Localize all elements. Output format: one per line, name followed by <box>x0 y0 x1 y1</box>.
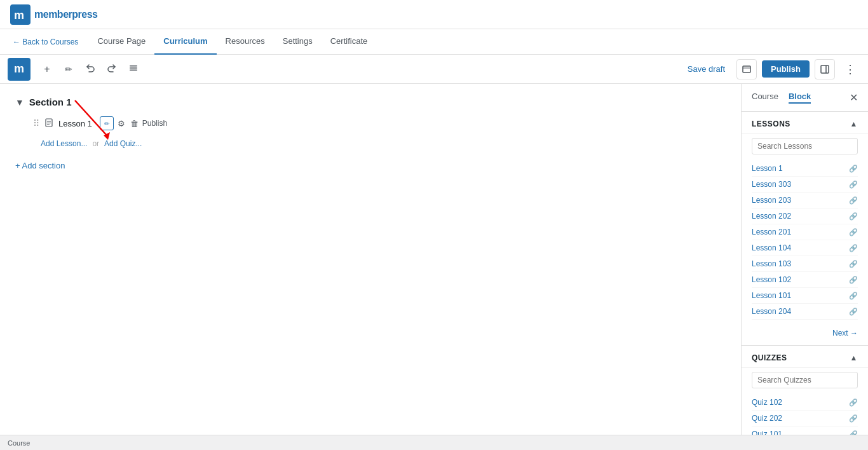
delete-lesson-icon[interactable]: 🗑 <box>129 118 140 130</box>
preview-button[interactable] <box>736 59 757 79</box>
lesson-name: Lesson 1 <box>58 119 92 128</box>
back-to-courses-link[interactable]: ← Back to Courses <box>13 38 78 46</box>
svg-rect-7 <box>821 65 829 73</box>
tab-course-page[interactable]: Course Page <box>88 29 154 55</box>
svg-text:m: m <box>14 9 24 22</box>
lessons-title: Lessons <box>752 119 790 128</box>
toolbar-right: Save draft Publish ⋮ <box>681 59 860 79</box>
wp-logo-button[interactable]: m <box>8 58 31 81</box>
list-item[interactable]: Lesson 202 🔗 <box>752 208 858 224</box>
list-item[interactable]: Lesson 303 🔗 <box>752 177 858 193</box>
add-lesson-link[interactable]: Add Lesson... <box>41 139 87 148</box>
list-icon <box>128 63 139 76</box>
list-item[interactable]: Quiz 102 🔗 <box>752 395 858 411</box>
quizzes-search-input[interactable] <box>752 372 858 388</box>
add-content-row: Add Lesson... or Add Quiz... <box>15 137 726 151</box>
lesson-actions: ✏ ⚙ 🗑 Publish <box>100 116 167 130</box>
next-page-link[interactable]: Next → <box>832 329 858 338</box>
external-link-icon: 🔗 <box>849 292 858 300</box>
external-link-icon: 🔗 <box>849 165 858 173</box>
external-link-icon: 🔗 <box>849 196 858 205</box>
tools-button[interactable]: ✏ <box>58 59 79 79</box>
lesson-row: ⠿ Lesson 1 ✏ ⚙ 🗑 Publish <box>15 112 726 134</box>
list-item[interactable]: Quiz 101 🔗 <box>752 426 858 435</box>
list-item[interactable]: Lesson 203 🔗 <box>752 193 858 208</box>
list-item[interactable]: Quiz 202 🔗 <box>752 411 858 426</box>
external-link-icon: 🔗 <box>849 181 858 189</box>
external-link-icon: 🔗 <box>849 244 858 252</box>
nav-tabs: ← Back to Courses Course Page Curriculum… <box>0 29 868 55</box>
list-item[interactable]: Lesson 104 🔗 <box>752 240 858 256</box>
list-item[interactable]: Lesson 103 🔗 <box>752 256 858 272</box>
quizzes-section-header: Quizzes ▲ <box>742 345 868 368</box>
list-item[interactable]: Lesson 102 🔗 <box>752 272 858 288</box>
save-draft-button[interactable]: Save draft <box>681 60 731 78</box>
or-separator: or <box>92 139 99 148</box>
top-bar: m memberpress <box>0 0 868 29</box>
list-item[interactable]: Lesson 101 🔗 <box>752 288 858 304</box>
lessons-search-input[interactable] <box>752 138 858 154</box>
list-item[interactable]: Lesson 201 🔗 <box>752 224 858 240</box>
lessons-search-box <box>742 134 868 161</box>
list-item[interactable]: Lesson 1 🔗 <box>752 161 858 177</box>
undo-button[interactable] <box>80 59 100 79</box>
wp-m-letter: m <box>14 62 24 76</box>
tab-resources[interactable]: Resources <box>217 29 274 55</box>
more-options-button[interactable]: ⋮ <box>840 59 860 79</box>
external-link-icon: 🔗 <box>849 260 858 268</box>
content-area: ▼ Section 1 ⠿ Lesson 1 ✏ ⚙ 🗑 Publish Add… <box>0 84 741 435</box>
redo-button[interactable] <box>102 59 122 79</box>
document-overview-button[interactable] <box>123 59 144 79</box>
external-link-icon: 🔗 <box>849 228 858 236</box>
edit-lesson-button[interactable]: ✏ <box>100 116 114 130</box>
lessons-collapse-icon[interactable]: ▲ <box>850 119 858 128</box>
external-link-icon: 🔗 <box>849 430 858 435</box>
quizzes-title: Quizzes <box>752 353 787 362</box>
tab-certificate[interactable]: Certificate <box>322 29 377 55</box>
external-link-icon: 🔗 <box>849 414 858 423</box>
ellipsis-icon: ⋮ <box>844 62 856 76</box>
svg-rect-3 <box>130 67 137 69</box>
section-toggle[interactable]: ▼ <box>15 97 24 107</box>
external-link-icon: 🔗 <box>849 308 858 316</box>
svg-rect-4 <box>130 69 137 71</box>
tab-settings[interactable]: Settings <box>274 29 322 55</box>
right-sidebar: Course Block ✕ Lessons ▲ Lesson 1 🔗 Less… <box>741 84 868 435</box>
settings-icon[interactable]: ⚙ <box>116 118 126 130</box>
publish-button[interactable]: Publish <box>762 60 810 78</box>
logo-area: m memberpress <box>10 4 97 25</box>
add-quiz-link[interactable]: Add Quiz... <box>104 139 142 148</box>
add-block-button[interactable]: + <box>37 59 57 79</box>
list-item[interactable]: Lesson 204 🔗 <box>752 304 858 320</box>
external-link-icon: 🔗 <box>849 276 858 284</box>
drag-handle-icon[interactable]: ⠿ <box>33 118 39 128</box>
redo-icon <box>107 63 117 76</box>
section-1-header: ▼ Section 1 <box>15 97 726 107</box>
quizzes-search-box <box>742 368 868 395</box>
external-link-icon: 🔗 <box>849 399 858 407</box>
add-section-link[interactable]: + Add section <box>15 161 65 170</box>
plus-icon: + <box>44 64 50 75</box>
tab-curriculum[interactable]: Curriculum <box>154 29 216 55</box>
section-title: Section 1 <box>29 97 72 107</box>
settings-sidebar-toggle[interactable] <box>815 59 835 79</box>
brand-name: memberpress <box>34 9 97 20</box>
lesson-file-icon <box>44 118 53 129</box>
publish-status-label[interactable]: Publish <box>142 119 167 128</box>
lessons-list: Lesson 1 🔗 Lesson 303 🔗 Lesson 203 🔗 Les… <box>742 161 868 325</box>
pencil-icon: ✏ <box>65 64 72 74</box>
quizzes-collapse-icon[interactable]: ▲ <box>850 353 858 362</box>
lessons-section-header: Lessons ▲ <box>742 112 868 134</box>
svg-rect-2 <box>130 65 137 67</box>
sidebar-header: Course Block ✕ <box>742 84 868 112</box>
sidebar-tab-course[interactable]: Course <box>752 92 778 104</box>
add-section-row: + Add section <box>15 161 726 170</box>
memberpress-logo: m <box>10 4 31 25</box>
sidebar-close-button[interactable]: ✕ <box>850 93 858 103</box>
edit-pencil-icon: ✏ <box>104 120 109 127</box>
editor-toolbar: m + ✏ Save draft Publish ⋮ <box>0 55 868 84</box>
quizzes-list: Quiz 102 🔗 Quiz 202 🔗 Quiz 101 🔗 <box>742 395 868 435</box>
svg-rect-5 <box>743 66 750 72</box>
sidebar-tab-block[interactable]: Block <box>789 92 811 104</box>
undo-icon <box>85 63 95 76</box>
